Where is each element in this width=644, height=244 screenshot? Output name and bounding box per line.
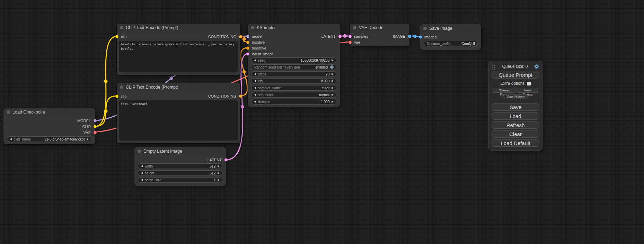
clip-output-dot[interactable] <box>94 125 97 128</box>
filename-prefix-widget[interactable]: filename_prefix ComfyUI <box>424 41 478 46</box>
node-graph-canvas[interactable]: Load Checkpoint MODEL CLIP VAE ◀ ckpt_na… <box>0 0 644 244</box>
positive-prompt-textarea[interactable]: beautiful scenery nature glass bottle la… <box>119 41 238 72</box>
samples-input-dot[interactable] <box>349 35 352 38</box>
menu-header: Queue size: 0 <box>492 63 539 70</box>
latent-output-dot[interactable] <box>338 35 342 38</box>
image-output-dot[interactable] <box>408 35 411 38</box>
widget-value: euler <box>322 86 329 90</box>
decrement-arrow-icon[interactable]: ◀ <box>141 172 143 174</box>
queue-front-button[interactable]: Queue Front <box>492 88 516 93</box>
node-ksampler[interactable]: KSampler model LATENT positive negative … <box>248 24 340 107</box>
node-save-image[interactable]: Save Image images filename_prefix ComfyU… <box>420 24 481 50</box>
vae-input-dot[interactable] <box>349 40 352 44</box>
node-title: CLIP Text Encode (Prompt) <box>126 25 178 30</box>
decrement-arrow-icon[interactable]: ◀ <box>10 138 12 141</box>
node-vae-decode[interactable]: VAE Decode samples IMAGE vae <box>350 24 409 46</box>
sampler-name-widget[interactable]: ◀ sampler_name euler ▶ <box>251 85 336 91</box>
extra-options-checkbox[interactable] <box>527 82 531 85</box>
negative-prompt-textarea[interactable]: text, watermark <box>119 100 238 141</box>
node-clip-text-encode-negative[interactable]: CLIP Text Encode (Prompt) clip CONDITION… <box>117 83 240 143</box>
latent-output-dot[interactable] <box>224 158 228 161</box>
latent-image-input-dot[interactable] <box>246 52 249 55</box>
toggle-knob-icon[interactable] <box>330 65 334 69</box>
node-collapse-dot-icon[interactable] <box>120 85 123 89</box>
decrement-arrow-icon[interactable]: ◀ <box>254 73 256 75</box>
widget-value: v1-5-pruned-emaonly.ckpt <box>45 137 85 141</box>
height-widget[interactable]: ◀ height 512 ▶ <box>138 170 222 176</box>
node-title: KSampler <box>257 25 276 30</box>
widget-value: ComfyUI <box>461 42 475 46</box>
batch-size-widget[interactable]: ◀ batch_size 1 ▶ <box>138 177 222 183</box>
node-collapse-dot-icon[interactable] <box>7 110 10 114</box>
increment-arrow-icon[interactable]: ▶ <box>332 73 334 75</box>
widget-name: Random seed after every gen <box>254 65 300 69</box>
decrement-arrow-icon[interactable]: ◀ <box>254 87 256 89</box>
wire-midpoint-dot <box>343 34 347 38</box>
conditioning-output-dot[interactable] <box>239 35 242 38</box>
increment-arrow-icon[interactable]: ▶ <box>332 87 334 89</box>
increment-arrow-icon[interactable]: ▶ <box>218 172 220 174</box>
load-default-button[interactable]: Load Default <box>492 139 539 147</box>
positive-input-dot[interactable] <box>246 40 249 44</box>
increment-arrow-icon[interactable]: ▶ <box>332 93 334 96</box>
images-input-dot[interactable] <box>419 35 422 38</box>
model-output-dot[interactable] <box>94 119 97 122</box>
conditioning-output-dot[interactable] <box>239 94 242 98</box>
increment-arrow-icon[interactable]: ▶ <box>87 138 89 141</box>
node-title-bar[interactable]: Empty Latent Image <box>134 147 226 155</box>
width-widget[interactable]: ◀ width 512 ▶ <box>138 163 222 169</box>
refresh-button[interactable]: Refresh <box>492 121 539 129</box>
queue-menu-panel[interactable]: Queue size: 0 Queue Prompt Extra options <box>488 61 542 151</box>
load-button[interactable]: Load <box>492 112 539 120</box>
node-empty-latent-image[interactable]: Empty Latent Image LATENT ◀ width 512 ▶ … <box>134 147 226 186</box>
model-input-dot[interactable] <box>246 35 249 38</box>
decrement-arrow-icon[interactable]: ◀ <box>254 100 256 103</box>
settings-gear-icon[interactable] <box>534 64 539 69</box>
node-title-bar[interactable]: Load Checkpoint <box>3 108 95 116</box>
decrement-arrow-icon[interactable]: ◀ <box>141 179 143 181</box>
save-button[interactable]: Save <box>492 103 539 111</box>
vae-output-dot[interactable] <box>94 131 97 134</box>
clip-input-dot[interactable] <box>115 35 118 38</box>
decrement-arrow-icon[interactable]: ◀ <box>254 59 256 62</box>
node-clip-text-encode-positive[interactable]: CLIP Text Encode (Prompt) clip CONDITION… <box>117 24 240 75</box>
node-collapse-dot-icon[interactable] <box>120 26 123 29</box>
node-collapse-dot-icon[interactable] <box>353 26 356 29</box>
clip-input-dot[interactable] <box>115 94 118 98</box>
node-title-bar[interactable]: CLIP Text Encode (Prompt) <box>117 24 240 32</box>
widget-name: cfg <box>258 79 263 83</box>
view-queue-button[interactable]: View Queue <box>516 88 539 93</box>
negative-input-dot[interactable] <box>246 46 249 49</box>
node-title-bar[interactable]: VAE Decode <box>350 24 409 32</box>
scheduler-widget[interactable]: ◀ scheduler normal ▶ <box>251 92 336 98</box>
denoise-widget[interactable]: ◀ denoise 1.000 ▶ <box>251 99 336 105</box>
random-seed-toggle-widget[interactable]: Random seed after every gen enabled <box>251 64 336 70</box>
wire-midpoint-dot <box>170 76 173 80</box>
queue-prompt-button[interactable]: Queue Prompt <box>492 71 539 79</box>
input-slot-label: clip <box>121 35 127 39</box>
node-title-bar[interactable]: CLIP Text Encode (Prompt) <box>117 83 240 91</box>
cfg-widget[interactable]: ◀ cfg 8.000 ▶ <box>251 78 336 84</box>
decrement-arrow-icon[interactable]: ◀ <box>254 93 256 96</box>
increment-arrow-icon[interactable]: ▶ <box>332 100 334 103</box>
node-load-checkpoint[interactable]: Load Checkpoint MODEL CLIP VAE ◀ ckpt_na… <box>3 108 95 144</box>
increment-arrow-icon[interactable]: ▶ <box>332 80 334 82</box>
clear-button[interactable]: Clear <box>492 130 539 138</box>
increment-arrow-icon[interactable]: ▶ <box>218 179 220 181</box>
seed-widget[interactable]: ◀ seed 156680208700286 ▶ <box>251 57 336 63</box>
increment-arrow-icon[interactable]: ▶ <box>218 165 220 168</box>
widget-name: scheduler <box>258 93 273 97</box>
node-collapse-dot-icon[interactable] <box>138 150 141 153</box>
node-collapse-dot-icon[interactable] <box>251 26 254 29</box>
node-title-bar[interactable]: KSampler <box>248 24 340 32</box>
output-slot-label: LATENT <box>321 34 336 38</box>
steps-widget[interactable]: ◀ steps 20 ▶ <box>251 71 336 77</box>
ckpt-name-widget[interactable]: ◀ ckpt_name v1-5-pruned-emaonly.ckpt ▶ <box>7 136 91 142</box>
drag-handle-icon[interactable] <box>492 64 496 70</box>
decrement-arrow-icon[interactable]: ◀ <box>141 165 143 168</box>
increment-arrow-icon[interactable]: ▶ <box>332 59 334 62</box>
decrement-arrow-icon[interactable]: ◀ <box>254 80 256 82</box>
node-collapse-dot-icon[interactable] <box>423 27 427 30</box>
node-title-bar[interactable]: Save Image <box>420 24 481 33</box>
view-history-button[interactable]: View History <box>503 94 528 99</box>
